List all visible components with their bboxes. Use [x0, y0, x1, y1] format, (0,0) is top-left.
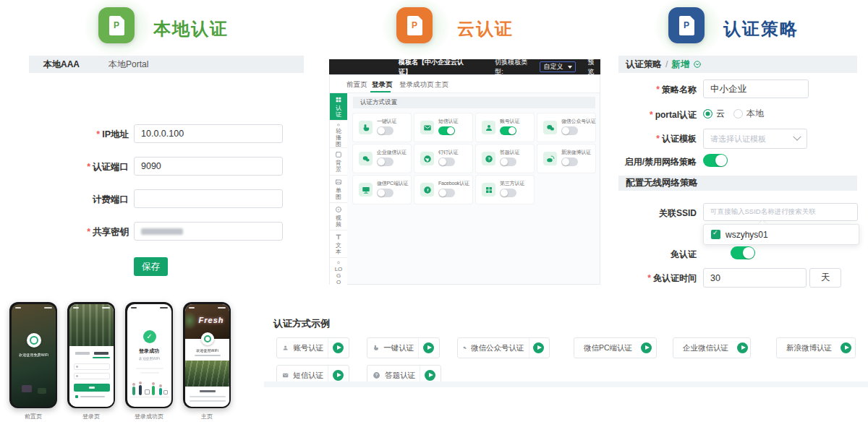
ssid-input[interactable]: 可直接输入SSID名称进行搜索关联 — [703, 203, 858, 221]
sidebar-item-single-image[interactable]: 单图 — [330, 176, 347, 203]
login-button-text — [89, 387, 95, 389]
sidebar-item-auth[interactable]: 认证 — [330, 93, 347, 121]
enable-policy-toggle[interactable] — [703, 154, 728, 167]
weibo-icon — [543, 152, 557, 165]
toggle-card-wechat-pc: 微信PC端认证 — [353, 176, 411, 204]
redacted-secret — [141, 228, 183, 235]
sidebar-item-carousel[interactable]: 轮播图 — [330, 121, 347, 148]
checkbox-checked-icon[interactable] — [711, 230, 720, 239]
toggle-card-wechat-official: 微信公众号认证 — [537, 113, 595, 142]
secret-input[interactable] — [134, 222, 283, 241]
wecom-toggle[interactable] — [377, 158, 393, 166]
carousel-icon — [335, 124, 342, 126]
people-illustration — [127, 379, 171, 402]
sms-toggle[interactable] — [438, 126, 455, 135]
dingtalk-toggle[interactable] — [438, 158, 455, 166]
sidebar-item-logo[interactable]: LOGO — [330, 258, 347, 285]
phone3-screen: 登录成功 欢迎使用WiFi — [127, 304, 171, 407]
wechat-icon — [463, 343, 467, 353]
sidebar-item-video[interactable]: 视频 — [330, 203, 347, 230]
tab-login-success-page[interactable]: 登录成功页 — [399, 80, 434, 90]
tab-home-page[interactable]: 主页 — [435, 80, 448, 90]
example-weibo-auth[interactable]: 新浪微博认证 — [776, 337, 856, 358]
example-wechat-official-auth[interactable]: 微信公众号认证 — [457, 337, 550, 358]
thirdparty-toggle[interactable] — [500, 189, 516, 197]
tab-local-portal[interactable]: 本地Portal — [109, 59, 148, 71]
radio-selected-icon — [703, 109, 712, 118]
svg-text:?: ? — [375, 373, 378, 377]
example-wecom-auth[interactable]: 企业微信认证 — [673, 337, 751, 358]
radio-cloud[interactable]: 云 — [703, 108, 725, 120]
play-icon[interactable] — [641, 342, 652, 353]
status-icons — [44, 307, 52, 309]
local-tabbar: 本地AAA 本地Portal — [29, 56, 304, 73]
free-auth-toggle[interactable] — [731, 246, 755, 259]
status-time — [15, 307, 21, 309]
play-icon[interactable] — [841, 342, 851, 353]
wechat-official-toggle[interactable] — [561, 126, 578, 135]
square-icon — [335, 151, 342, 158]
policy-name-input[interactable]: 中小企业 — [703, 79, 809, 98]
user-icon — [482, 121, 495, 134]
free-auth-label: 免认证 — [588, 249, 697, 261]
play-icon[interactable] — [533, 342, 544, 353]
policy-breadcrumb: 认证策略 / 新增 — [618, 56, 857, 73]
quiz-toggle[interactable] — [500, 158, 516, 166]
template-type-select[interactable]: 自定义 — [540, 61, 576, 72]
collapse-icon[interactable] — [693, 60, 702, 69]
photo-detail — [38, 388, 46, 394]
play-icon[interactable] — [423, 342, 434, 353]
facebook-toggle[interactable] — [438, 189, 455, 197]
example-wechat-pc-auth[interactable]: 微信PC端认证 — [574, 337, 657, 358]
login-tab-1[interactable] — [75, 352, 90, 355]
acct-port-input[interactable] — [134, 189, 283, 208]
cloud-auth-title: 云认证 — [457, 17, 514, 40]
examples-title: 认证方式示例 — [273, 317, 330, 330]
play-icon[interactable] — [333, 370, 344, 381]
toggle-card-onekey: 一键认证 — [353, 113, 411, 142]
preview-button[interactable]: 预览 — [587, 58, 600, 77]
card-header — [200, 390, 216, 392]
tab-front-page[interactable]: 前置页 — [346, 80, 367, 90]
user-icon — [282, 343, 289, 353]
agree-checkbox[interactable] — [75, 395, 78, 398]
ip-input[interactable]: 10.0.0.100 — [134, 124, 283, 143]
wireless-section-header: 配置无线网络策略 — [618, 176, 857, 191]
login-tab-2[interactable] — [94, 352, 109, 355]
phone2-screen — [69, 304, 114, 407]
sidebar-item-text[interactable]: 文本 — [330, 230, 347, 258]
facebook-icon: f — [420, 183, 434, 197]
ssid-option[interactable]: wszyhys01 — [726, 230, 768, 240]
sidebar-item-background[interactable]: 背景 — [330, 148, 347, 176]
auth-template-select[interactable]: 请选择认证模板 — [703, 129, 807, 149]
account-toggle[interactable] — [500, 126, 516, 135]
code-field[interactable] — [74, 373, 110, 379]
example-onekey-auth[interactable]: 一键认证 — [367, 337, 440, 358]
weibo-toggle[interactable] — [561, 158, 578, 166]
brand-logo — [201, 332, 214, 345]
caret-down-icon — [568, 66, 572, 69]
play-icon[interactable] — [333, 342, 344, 353]
hand-icon — [359, 121, 373, 134]
example-account-auth[interactable]: 账号认证 — [276, 337, 349, 358]
save-button[interactable]: 保存 — [134, 257, 168, 276]
cloud-toolbar: 模板名【中小企业云认证】 切换模板类型: 自定义 预览 — [329, 59, 600, 74]
auth-port-input[interactable]: 9090 — [134, 157, 283, 176]
radio-local[interactable]: 本地 — [733, 108, 764, 120]
field-icon — [76, 375, 78, 377]
aisle-photo — [185, 361, 229, 387]
ssid-dropdown: wszyhys01 — [703, 224, 859, 245]
free-time-input[interactable]: 30 — [703, 268, 807, 288]
play-icon[interactable] — [425, 370, 435, 381]
phone-field[interactable] — [74, 363, 110, 370]
tab-local-aaa[interactable]: 本地AAA — [43, 59, 80, 71]
tab-login-page[interactable]: 登录页 — [372, 80, 393, 90]
play-icon[interactable] — [737, 342, 748, 353]
success-sub: 欢迎使用WiFi — [132, 355, 167, 361]
status-time — [73, 307, 79, 309]
onekey-toggle[interactable] — [377, 126, 393, 135]
photo-detail — [22, 385, 32, 392]
phone4-screen: Fresh 欢迎使用WiFi — [185, 304, 229, 407]
active-tab-underline — [370, 91, 391, 92]
wechat-pc-toggle[interactable] — [377, 189, 393, 197]
